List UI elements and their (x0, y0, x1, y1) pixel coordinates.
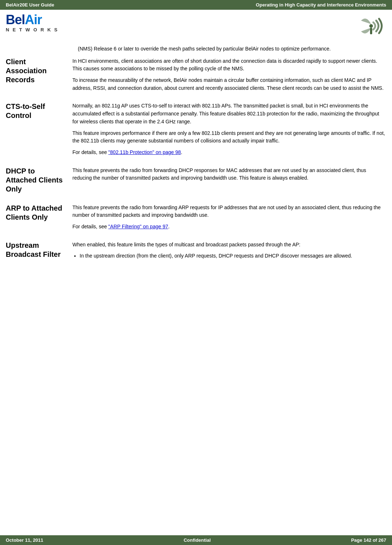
logo-text: BelAir N E T W O R K S (6, 13, 58, 32)
intro-text: (NMS) Release 6 or later to override the… (78, 46, 331, 52)
content: (NMS) Release 6 or later to override the… (0, 45, 392, 262)
section-body-cts: Normally, an 802.11g AP uses CTS-to-self… (72, 102, 386, 156)
upstream-para-1: When enabled, this feature limits the ty… (72, 241, 386, 249)
section-heading-upstream: Upstream Broadcast Filter (6, 241, 72, 259)
header-right: Operating in High Capacity and Interfere… (256, 2, 386, 8)
client-assoc-para-1: In HCI environments, client associations… (72, 57, 386, 73)
main-area: (NMS) Release 6 or later to override the… (0, 41, 392, 538)
footer-left: October 11, 2011 (6, 537, 43, 543)
section-heading-arp: ARP to Attached Clients Only (6, 204, 72, 222)
header-left: BelAir20E User Guide (6, 2, 54, 8)
dhcp-para-1: This feature prevents the radio from for… (72, 167, 386, 182)
section-body-client-association: In HCI environments, client associations… (72, 57, 386, 92)
section-heading-cts: CTS-to-Self Control (6, 102, 72, 120)
logo-bel: BelAir (6, 13, 58, 26)
section-body-dhcp: This feature prevents the radio from for… (72, 167, 386, 182)
footer-right: Page 142 of 267 (351, 537, 386, 543)
arp-para-2: For details, see "ARP Filtering" on page… (72, 223, 386, 231)
section-body-arp: This feature prevents the radio from for… (72, 204, 386, 231)
header-bar: BelAir20E User Guide Operating in High C… (0, 0, 392, 10)
logo-air-text: Air (25, 12, 42, 27)
footer-area: Document Number BDTM02201-A01 Standard O… (0, 538, 392, 545)
logo-area: BelAir N E T W O R K S (0, 10, 392, 41)
svg-point-0 (369, 24, 373, 28)
upstream-bullet-list: In the upstream direction (from the clie… (80, 252, 386, 260)
intro-paragraph: (NMS) Release 6 or later to override the… (78, 45, 386, 53)
cts-para-2: This feature improves performance if the… (72, 129, 386, 145)
client-assoc-para-2: To increase the measurability of the net… (72, 76, 386, 92)
section-heading-client-association: Client Association Records (6, 57, 72, 84)
section-cts-to-self: CTS-to-Self Control Normally, an 802.11g… (6, 102, 386, 156)
section-body-upstream: When enabled, this feature limits the ty… (72, 241, 386, 262)
logo-networks: N E T W O R K S (6, 27, 58, 32)
cts-para-3: For details, see "802.11b Protection" on… (72, 149, 386, 157)
arp-para-1: This feature prevents the radio from for… (72, 204, 386, 219)
section-upstream: Upstream Broadcast Filter When enabled, … (6, 241, 386, 262)
footer-bar: October 11, 2011 Confidential Page 142 o… (0, 535, 392, 545)
section-arp: ARP to Attached Clients Only This featur… (6, 204, 386, 231)
footer-center: Confidential (184, 537, 211, 543)
section-client-association: Client Association Records In HCI enviro… (6, 57, 386, 92)
cts-link[interactable]: "802.11b Protection" on page 98 (108, 149, 181, 155)
arp-link[interactable]: "ARP Filtering" on page 97 (108, 224, 168, 229)
section-dhcp: DHCP to Attached Clients Only This featu… (6, 167, 386, 194)
upstream-bullet-1: In the upstream direction (from the clie… (80, 252, 386, 260)
logo-icon (357, 13, 386, 39)
page-wrapper: BelAir20E User Guide Operating in High C… (0, 0, 392, 545)
logo-bel-text: Bel (6, 12, 25, 27)
section-heading-dhcp: DHCP to Attached Clients Only (6, 167, 72, 194)
cts-para-1: Normally, an 802.11g AP uses CTS-to-self… (72, 102, 386, 126)
